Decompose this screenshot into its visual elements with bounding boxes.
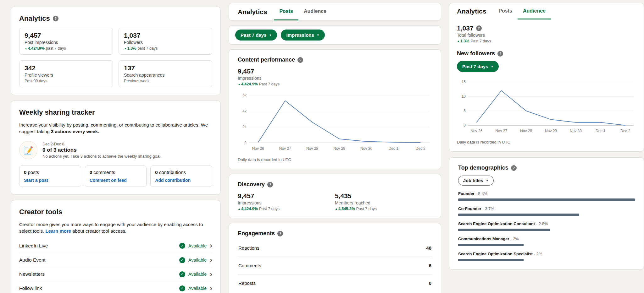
stat-value: 342 xyxy=(25,64,108,72)
total-followers-change: ▲1.3%Past 7 days xyxy=(457,39,636,43)
demographic-item-communications-manager: Communications Manager · 2% xyxy=(458,236,635,246)
tool-row-follow-link[interactable]: Follow link ✓ Available › xyxy=(19,281,212,293)
stat-search-appearances[interactable]: 137 Search appearances Previous week xyxy=(119,60,212,87)
creator-tools-card: Creator tools Creator mode gives you mor… xyxy=(11,200,220,293)
svg-text:Nov 26: Nov 26 xyxy=(470,129,482,133)
help-icon[interactable]: ? xyxy=(511,165,517,171)
help-icon[interactable]: ? xyxy=(267,182,273,187)
tracker-date-range: Dec 2-Dec 8 xyxy=(42,142,161,146)
add-contribution-link[interactable]: Add contribution xyxy=(155,178,208,183)
tool-row-linkedin-live[interactable]: LinkedIn Live ✓ Available › xyxy=(19,239,212,253)
linkedin-analytics-dashboard: Analytics ? 9,457 Post impressions ▲4,42… xyxy=(0,0,644,293)
audience-content: 1,037 ? Total followers ▲1.3%Past 7 days… xyxy=(449,19,644,151)
svg-text:Nov 27: Nov 27 xyxy=(495,129,507,133)
tool-row-newsletters[interactable]: Newsletters ✓ Available › xyxy=(19,267,212,281)
stat-label: Followers xyxy=(124,40,207,45)
demographics-category-filter-button[interactable]: Job titles ▼ xyxy=(458,176,494,186)
stat-change-pct: 1.3% xyxy=(127,46,136,51)
demographic-bar xyxy=(458,259,524,261)
content-performance-card: Content performance ? 9,457 Impressions … xyxy=(229,50,441,169)
audience-analytics-column: Analytics Posts Audience 1,037 ? Total f… xyxy=(449,3,644,293)
audience-analytics-card: Analytics Posts Audience 1,037 ? Total f… xyxy=(449,3,644,151)
creator-tools-description: Creator mode gives you more ways to enga… xyxy=(19,221,212,234)
left-column: Analytics ? 9,457 Post impressions ▲4,42… xyxy=(11,7,220,293)
tool-status: Available xyxy=(188,286,207,291)
new-followers-line-chart: 051015Nov 26Nov 27Nov 28Nov 29Nov 30Dec … xyxy=(457,79,636,136)
up-arrow-icon: ▲ xyxy=(238,83,241,86)
help-icon[interactable]: ? xyxy=(497,51,503,57)
weekly-progress: 📝 Dec 2-Dec 8 0 of 3 actions No actions … xyxy=(19,141,212,159)
up-arrow-icon: ▲ xyxy=(335,207,338,210)
chevron-right-icon: › xyxy=(210,285,212,292)
demographic-item-co-founder: Co-Founder · 3.7% xyxy=(458,206,635,216)
metric-filter-button[interactable]: Impressions ▼ xyxy=(281,30,325,41)
engagement-row-reposts: Reposts 0 xyxy=(238,274,432,292)
svg-text:0: 0 xyxy=(244,141,247,145)
impressions-line-chart: 02k4k6kNov 26Nov 27Nov 28Nov 29Nov 30Dec… xyxy=(238,92,432,154)
weekly-desc-text: Increase your visibility by posting, com… xyxy=(19,122,208,134)
svg-text:Nov 29: Nov 29 xyxy=(333,146,345,151)
comments-action-box: 0 comments Comment on feed xyxy=(85,165,147,187)
engagement-row-comments: Comments 6 xyxy=(238,257,432,274)
svg-text:0: 0 xyxy=(464,123,466,128)
stat-period: Past 90 days xyxy=(25,79,47,83)
stat-period-only: Previous week xyxy=(124,79,207,83)
top-demographics-card: Top demographics ? Job titles ▼ Founder … xyxy=(449,158,644,269)
tab-posts[interactable]: Posts xyxy=(274,3,298,20)
analytics-overview-title: Analytics ? xyxy=(19,14,212,23)
help-icon[interactable]: ? xyxy=(277,231,283,236)
total-followers-row: 1,037 ? xyxy=(457,24,636,32)
discovery-impressions: 9,457 Impressions ▲4,424.9%Past 7 days xyxy=(238,192,335,211)
svg-text:Dec 1: Dec 1 xyxy=(596,129,606,133)
stat-post-impressions[interactable]: 9,457 Post impressions ▲4,424.9%past 7 d… xyxy=(19,28,113,55)
tab-audience[interactable]: Audience xyxy=(518,3,551,19)
stat-change: ▲4,424.9%past 7 days xyxy=(25,46,108,51)
tool-row-audio-event[interactable]: Audio Event ✓ Available › xyxy=(19,253,212,267)
progress-text-block: Dec 2-Dec 8 0 of 3 actions No actions ye… xyxy=(42,142,161,159)
learn-more-link[interactable]: Learn more xyxy=(45,228,71,234)
demographics-list: Founder · 5.4% Co-Founder · 3.7% Search … xyxy=(458,191,635,261)
start-a-post-link[interactable]: Start a post xyxy=(24,178,76,183)
svg-text:Dec 1: Dec 1 xyxy=(389,146,399,151)
tool-status: Available xyxy=(188,258,207,263)
svg-text:Nov 29: Nov 29 xyxy=(545,129,557,133)
posts-analytics-column: Analytics Posts Audience Past 7 days ▼ I… xyxy=(229,3,441,293)
svg-text:10: 10 xyxy=(462,94,466,99)
engagements-card: Engagements ? Reactions 48 Comments 6 Re… xyxy=(229,223,441,293)
stat-period: Previous week xyxy=(124,79,149,83)
svg-text:Nov 27: Nov 27 xyxy=(279,146,291,151)
tab-posts[interactable]: Posts xyxy=(493,3,518,19)
stat-followers[interactable]: 1,037 Followers ▲1.3%past 7 days xyxy=(119,28,212,55)
contributions-action-box: 0 contributions Add contribution xyxy=(150,165,212,187)
chevron-right-icon: › xyxy=(210,271,212,278)
followers-date-filter-button[interactable]: Past 7 days ▼ xyxy=(457,61,499,72)
help-icon[interactable]: ? xyxy=(297,57,303,63)
svg-text:Nov 28: Nov 28 xyxy=(520,129,532,133)
check-circle-icon: ✓ xyxy=(179,243,185,249)
help-icon[interactable]: ? xyxy=(53,16,58,21)
weekly-actions: 0 posts Start a post 0 comments Comment … xyxy=(19,165,212,187)
up-arrow-icon: ▲ xyxy=(124,47,127,50)
stat-label: Profile viewers xyxy=(25,73,108,78)
top-demographics-title: Top demographics ? xyxy=(458,165,635,171)
tab-audience[interactable]: Audience xyxy=(298,3,332,20)
posts-action-box: 0 posts Start a post xyxy=(19,165,81,187)
engagement-row-reactions: Reactions 48 xyxy=(238,239,432,257)
up-arrow-icon: ▲ xyxy=(238,207,241,210)
stat-label: Search appearances xyxy=(124,73,207,78)
svg-text:Dec 2: Dec 2 xyxy=(416,146,426,151)
chevron-right-icon: › xyxy=(210,257,212,264)
demographic-item-founder: Founder · 5.4% xyxy=(458,191,635,201)
discovery-title: Discovery ? xyxy=(238,181,432,188)
demographic-item-seo-specialist: Search Engine Optimization Specialist · … xyxy=(458,252,635,261)
stat-profile-viewers[interactable]: 342 Profile viewers Past 90 days xyxy=(19,60,113,87)
tracker-progress-count: 0 of 3 actions xyxy=(42,147,161,153)
tool-status: Available xyxy=(188,272,207,277)
svg-text:Dec 2: Dec 2 xyxy=(620,129,630,133)
date-range-filter-button[interactable]: Past 7 days ▼ xyxy=(235,30,277,41)
comments-count: 0 comments xyxy=(90,170,142,175)
comment-on-feed-link[interactable]: Comment on feed xyxy=(90,178,142,183)
chevron-down-icon: ▼ xyxy=(269,34,272,37)
filters-bar: Past 7 days ▼ Impressions ▼ xyxy=(229,26,441,44)
help-icon[interactable]: ? xyxy=(476,25,482,31)
